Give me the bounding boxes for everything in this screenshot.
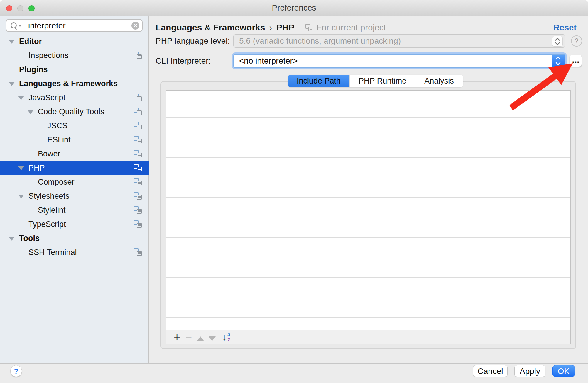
settings-search-field[interactable]: ✕ xyxy=(6,19,143,32)
per-project-settings-icon xyxy=(134,52,142,59)
sidebar-item-label: Bower xyxy=(38,147,60,161)
breadcrumb-separator: › xyxy=(269,23,272,32)
sidebar-item-composer[interactable]: Composer xyxy=(0,175,149,189)
sidebar-item-javascript[interactable]: JavaScript xyxy=(0,91,149,105)
sidebar-item-eslint[interactable]: ESLint xyxy=(0,133,149,147)
scope-note: For current project xyxy=(305,22,386,33)
per-project-settings-icon xyxy=(134,122,142,129)
include-path-row[interactable] xyxy=(166,184,570,198)
sidebar-item-inspections[interactable]: Inspections xyxy=(0,48,149,62)
language-level-label: PHP language level: xyxy=(156,36,230,46)
per-project-settings-icon xyxy=(134,164,142,171)
sidebar-item-label: SSH Terminal xyxy=(28,245,77,259)
ok-button[interactable]: OK xyxy=(552,365,575,377)
include-path-row[interactable] xyxy=(166,211,570,224)
move-up-button[interactable] xyxy=(195,331,206,343)
include-path-row[interactable] xyxy=(166,144,570,158)
sidebar-item-editor[interactable]: Editor xyxy=(0,34,149,48)
stepper-icon[interactable] xyxy=(552,36,563,47)
clear-search-icon[interactable]: ✕ xyxy=(131,22,139,30)
stepper-icon[interactable] xyxy=(552,55,565,67)
include-path-row[interactable] xyxy=(166,171,570,184)
sidebar-item-label: JSCS xyxy=(47,119,67,133)
include-path-row[interactable] xyxy=(166,238,570,251)
include-path-row[interactable] xyxy=(166,264,570,278)
add-path-button[interactable]: + xyxy=(171,331,183,343)
tab-analysis[interactable]: Analysis xyxy=(415,75,463,87)
sort-arrow-icon: ↓ xyxy=(222,332,227,342)
remove-path-button[interactable]: − xyxy=(183,331,195,343)
per-project-settings-icon xyxy=(134,94,142,101)
sidebar-item-typescript[interactable]: TypeScript xyxy=(0,217,149,231)
sidebar-item-stylesheets[interactable]: Stylesheets xyxy=(0,189,149,203)
expand-triangle-icon[interactable] xyxy=(18,96,24,100)
expand-triangle-icon[interactable] xyxy=(18,195,24,198)
include-path-row[interactable] xyxy=(166,278,570,291)
sidebar-item-label: Stylelint xyxy=(38,203,66,217)
sidebar-item-stylelint[interactable]: Stylelint xyxy=(0,203,149,217)
footer-bar: ? Cancel Apply OK xyxy=(0,363,588,383)
include-path-row[interactable] xyxy=(166,291,570,304)
include-path-row[interactable] xyxy=(166,131,570,144)
help-icon[interactable]: ? xyxy=(571,35,582,47)
sort-alphabetically-button[interactable]: ↓ az xyxy=(222,332,231,342)
tab-include-path[interactable]: Include Path xyxy=(288,75,350,87)
per-project-settings-icon xyxy=(134,178,142,185)
sidebar-item-ssh-terminal[interactable]: SSH Terminal xyxy=(0,245,149,259)
per-project-settings-icon xyxy=(134,248,142,256)
sidebar-item-code-quality-tools[interactable]: Code Quality Tools xyxy=(0,105,149,119)
sidebar-item-plugins[interactable]: Plugins xyxy=(0,62,149,76)
per-project-settings-icon xyxy=(134,192,142,200)
expand-triangle-icon[interactable] xyxy=(28,110,33,114)
breadcrumb: Languages & Frameworks›PHP For current p… xyxy=(156,22,386,33)
sidebar-item-label: Inspections xyxy=(28,48,69,62)
search-options-chevron-icon[interactable] xyxy=(18,25,22,27)
include-path-row[interactable] xyxy=(166,198,570,211)
include-path-row[interactable] xyxy=(166,104,570,118)
per-project-settings-icon xyxy=(305,24,313,31)
per-project-settings-icon xyxy=(134,206,142,214)
cancel-button[interactable]: Cancel xyxy=(473,365,508,377)
expand-triangle-icon[interactable] xyxy=(9,237,15,241)
include-path-row[interactable] xyxy=(166,318,570,331)
help-button[interactable]: ? xyxy=(10,365,22,377)
sidebar-item-label: JavaScript xyxy=(28,91,65,105)
cli-interpreter-select[interactable]: <no interpreter> xyxy=(233,54,565,68)
sidebar-item-bower[interactable]: Bower xyxy=(0,147,149,161)
include-path-row[interactable] xyxy=(166,224,570,238)
settings-tree: Editor Inspections Plugins Languages & F… xyxy=(0,34,149,259)
sidebar-item-label: Languages & Frameworks xyxy=(19,76,118,91)
sidebar-item-jscs[interactable]: JSCS xyxy=(0,119,149,133)
sidebar-item-php[interactable]: PHP xyxy=(0,161,149,175)
include-path-row[interactable] xyxy=(166,118,570,131)
sidebar-item-languages-frameworks[interactable]: Languages & Frameworks xyxy=(0,76,149,91)
sidebar-item-tools[interactable]: Tools xyxy=(0,231,149,245)
language-level-select[interactable]: 5.6 (variadic functions, argument unpack… xyxy=(233,34,565,48)
browse-interpreters-button[interactable]: ... xyxy=(570,55,582,67)
per-project-settings-icon xyxy=(134,136,142,143)
language-level-value: 5.6 (variadic functions, argument unpack… xyxy=(239,35,401,47)
include-path-row[interactable] xyxy=(166,251,570,264)
tab-php-runtime[interactable]: PHP Runtime xyxy=(350,75,415,87)
expand-triangle-icon[interactable] xyxy=(18,166,24,170)
search-input[interactable] xyxy=(28,20,126,31)
cli-interpreter-label: CLI Interpreter: xyxy=(156,56,211,66)
move-up-icon xyxy=(197,336,204,341)
include-path-row[interactable] xyxy=(166,158,570,171)
breadcrumb-root[interactable]: Languages & Frameworks xyxy=(156,23,265,32)
sidebar-item-label: ESLint xyxy=(47,133,71,147)
move-down-icon xyxy=(209,336,216,341)
per-project-settings-icon xyxy=(134,220,142,228)
expand-triangle-icon[interactable] xyxy=(9,82,15,86)
settings-sidebar: ✕ Editor Inspections Plugins Languages xyxy=(0,16,149,363)
include-path-list: + − ↓ az xyxy=(166,90,571,344)
include-path-row[interactable] xyxy=(166,91,570,104)
move-down-button[interactable] xyxy=(206,331,218,343)
sidebar-item-label: Code Quality Tools xyxy=(38,105,104,119)
apply-button[interactable]: Apply xyxy=(514,365,545,377)
per-project-settings-icon xyxy=(134,108,142,115)
reset-link[interactable]: Reset xyxy=(553,22,577,33)
include-path-row[interactable] xyxy=(166,304,570,318)
breadcrumb-leaf: PHP xyxy=(276,23,294,32)
expand-triangle-icon[interactable] xyxy=(9,40,15,44)
